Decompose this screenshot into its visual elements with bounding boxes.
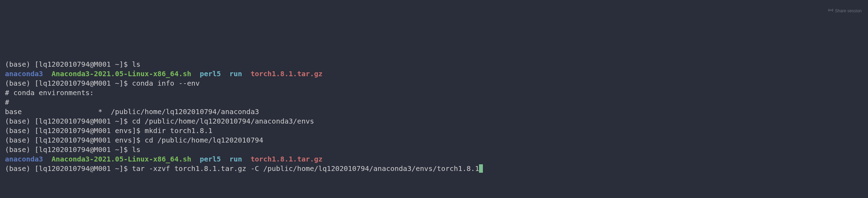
- dir-entry: anaconda3: [5, 155, 43, 163]
- prompt-line: (base) [lq1202010794@M001 envs]$ cd /pub…: [5, 136, 863, 145]
- file-entry: Anaconda3-2021.05-Linux-x86_64.sh: [51, 155, 191, 163]
- prompt-line: (base) [lq1202010794@M001 ~]$ conda info…: [5, 79, 863, 88]
- command-text: conda info --env: [132, 79, 200, 87]
- prompt-line: (base) [lq1202010794@M001 ~]$ cd /public…: [5, 117, 863, 126]
- share-session-label: Share session: [835, 8, 862, 14]
- prompt-text: (base) [lq1202010794@M001 ~]$: [5, 145, 132, 154]
- dir-entry: anaconda3: [5, 70, 43, 78]
- share-session-button[interactable]: Share session: [824, 2, 862, 20]
- dir-entry: run: [229, 70, 242, 78]
- archive-entry: torch1.8.1.tar.gz: [250, 155, 323, 163]
- command-text: cd /public/home/lq1202010794/anaconda3/e…: [132, 117, 314, 125]
- svg-point-0: [830, 10, 831, 11]
- command-text: tar -xzvf torch1.8.1.tar.gz -C /public/h…: [132, 164, 479, 173]
- prompt-text: (base) [lq1202010794@M001 envs]$: [5, 136, 145, 144]
- command-text: ls: [132, 60, 140, 68]
- output-line: #: [5, 98, 863, 107]
- command-text: cd /public/home/lq1202010794: [145, 136, 263, 144]
- output-line: # conda environments:: [5, 88, 863, 98]
- ls-output-line: anaconda3 Anaconda3-2021.05-Linux-x86_64…: [5, 154, 863, 164]
- dir-entry: perl5: [200, 70, 221, 78]
- output-line: base * /public/home/lq1202010794/anacond…: [5, 107, 863, 117]
- terminal-cursor: [479, 164, 483, 173]
- command-text: mkdir torch1.8.1: [145, 126, 212, 135]
- archive-entry: torch1.8.1.tar.gz: [250, 70, 323, 78]
- prompt-line: (base) [lq1202010794@M001 envs]$ mkdir t…: [5, 126, 863, 136]
- command-text: ls: [132, 145, 140, 154]
- terminal-output[interactable]: (base) [lq1202010794@M001 ~]$ lsanaconda…: [5, 60, 863, 173]
- prompt-text: (base) [lq1202010794@M001 ~]$: [5, 79, 132, 87]
- dir-entry: run: [229, 155, 242, 163]
- prompt-line: (base) [lq1202010794@M001 ~]$ ls: [5, 60, 863, 69]
- prompt-line: (base) [lq1202010794@M001 ~]$ ls: [5, 145, 863, 154]
- broadcast-icon: [824, 2, 833, 20]
- prompt-text: (base) [lq1202010794@M001 ~]$: [5, 60, 132, 68]
- file-entry: Anaconda3-2021.05-Linux-x86_64.sh: [51, 70, 191, 78]
- prompt-text: (base) [lq1202010794@M001 ~]$: [5, 164, 132, 173]
- prompt-text: (base) [lq1202010794@M001 ~]$: [5, 117, 132, 125]
- dir-entry: perl5: [200, 155, 221, 163]
- prompt-line: (base) [lq1202010794@M001 ~]$ tar -xzvf …: [5, 164, 863, 173]
- ls-output-line: anaconda3 Anaconda3-2021.05-Linux-x86_64…: [5, 69, 863, 79]
- prompt-text: (base) [lq1202010794@M001 envs]$: [5, 126, 145, 135]
